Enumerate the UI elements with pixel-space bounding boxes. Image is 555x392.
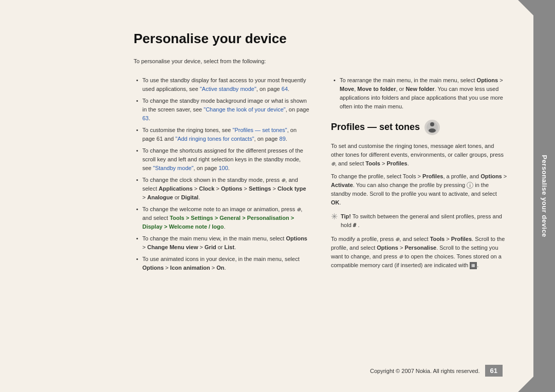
page-container: Personalise your device To personalise y… [0,0,555,392]
list-item: To change the clock shown in the standby… [136,176,310,202]
bold-ok: OK [331,199,340,206]
list-item: To change the welcome note to an image o… [136,205,310,231]
bold-move-to-folder: Move to folder [357,86,396,92]
footer: Copyright © 2007 Nokia. All rights reser… [370,365,503,377]
tip-label: Tip! [341,213,351,219]
link-change-look[interactable]: "Change the look of your device" [203,106,285,113]
profiles-icon [424,119,440,136]
list-item: To change the main menu view, in the mai… [136,234,310,252]
page-number: 61 [485,365,503,377]
menu-key-icon4: i [467,182,473,189]
bold-icon-animation: Icon animation [170,265,210,271]
bold-settings: Settings [249,185,271,192]
tip-box: ✳ Tip! To switch between the general and… [331,212,508,230]
bold-digital: Digital [181,194,199,200]
bold-options-rearrange: Options [477,77,498,83]
list-item: To use animated icons in your device, in… [136,255,310,272]
bold-options-profiles: Options [480,173,502,179]
bold-activate: Activate [331,182,353,188]
link-page-64[interactable]: 64 [282,86,288,92]
list-item: To use the standby display for fast acce… [136,76,310,94]
intro-text: To personalise your device, select from … [134,57,508,66]
profiles-modify: To modify a profile, press ⊕, and select… [331,235,508,270]
bold-personalise: Personalise [404,245,436,251]
menu-key-icon3: ⊕ [331,161,335,166]
link-standby-mode[interactable]: "Standby mode" [153,165,194,171]
bullet-list-left: To use the standby display for fast acce… [134,76,310,273]
link-page-63[interactable]: 63 [142,115,149,121]
page-title: Personalise your device [134,31,508,47]
svg-point-2 [430,122,434,126]
hash-key: # [353,222,357,229]
list-item: To customise the ringing tones, see "Pro… [136,126,310,143]
link-add-ringing-tones[interactable]: "Add ringing tones for contacts" [175,136,254,142]
bold-applications: Applications [159,185,193,192]
list-item-rearrange: To rearrange the main menu, in the main … [334,76,508,111]
bold-clock-type: Clock type [278,185,306,192]
bold-new-folder: New folder [405,86,434,92]
menu-key-icon: ⊕ [281,177,285,183]
main-content: Personalise your device To personalise y… [0,0,533,392]
tip-icon: ✳ [331,212,338,221]
bold-analogue: Analogue [147,194,173,200]
link-profiles-set-tones[interactable]: "Profiles — set tones" [232,127,287,133]
bold-clock: Clock [199,185,214,192]
list-item: To change the shortcuts assigned for the… [136,146,310,173]
profiles-section-heading: Profiles — set tones [331,119,508,136]
link-active-standby[interactable]: "Active standby mode" [200,86,256,92]
bold-profiles-link: Profiles [386,160,407,166]
left-column: To use the standby display for fast acce… [134,76,310,276]
list-item: To change the standby mode background im… [136,97,310,123]
bold-options4: Options [377,245,398,251]
link-page-89[interactable]: 89 [280,136,286,142]
bold-move: Move [340,86,354,92]
memory-card-icon: ▦ [470,262,477,269]
right-column: To rearrange the main menu, in the main … [331,76,508,276]
bold-profiles2: Profiles [422,173,443,179]
menu-key-icon5: ⊕ [395,236,399,242]
link-page-100[interactable]: 100 [218,165,228,171]
bold-list: List [225,244,235,250]
content-columns: To use the standby display for fast acce… [134,76,508,276]
green-bold-path: Tools > Settings > General > Personalisa… [142,215,294,230]
bold-options3: Options [142,265,164,271]
tip-text: Tip! To switch between the general and s… [341,212,508,230]
profiles-heading-text: Profiles — set tones [331,122,420,133]
bold-on: On [216,265,224,271]
bold-options2: Options [286,235,307,241]
profiles-change: To change the profile, select Tools > Pr… [331,172,508,207]
sidebar-tab-text: Personalise your device [541,155,548,237]
bold-tools-profiles: Tools [365,160,380,166]
bold-grid: Grid [205,244,216,250]
sidebar-tab: Personalise your device [533,0,555,392]
bold-change-menu: Change Menu view [147,244,198,250]
bullet-list-right-top: To rearrange the main menu, in the main … [331,76,508,111]
scroll-key-icon: ⊛ [399,254,403,259]
menu-key-icon2: ⊕ [297,207,301,212]
copyright-text: Copyright © 2007 Nokia. All rights reser… [370,368,480,374]
bold-profiles3: Profiles [451,236,472,242]
svg-point-3 [429,128,436,133]
sidebar-tab-inner: Personalise your device [541,155,548,237]
bold-tools2: Tools [430,236,445,242]
profiles-intro: To set and customise the ringing tones, … [331,142,508,168]
bold-options: Options [221,185,243,192]
